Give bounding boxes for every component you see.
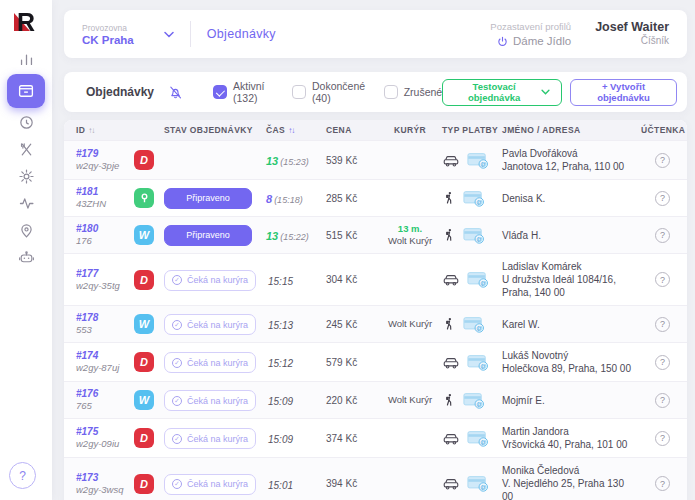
branch-value: CK Praha <box>82 34 134 46</box>
order-row[interactable]: #173 w2gy-3wsq D Čeká na kurýra 15:01 39… <box>64 457 687 500</box>
order-row[interactable]: #177 w2qy-35tg D Čeká na kurýra 15:15 30… <box>64 253 687 305</box>
question-circle-icon <box>655 393 670 408</box>
bell-muted-icon[interactable] <box>168 85 183 100</box>
order-status-button[interactable]: Čeká na kurýra <box>164 314 256 335</box>
order-status-button[interactable]: Čeká na kurýra <box>164 390 256 411</box>
source-letter: D <box>140 274 148 286</box>
order-status-button[interactable]: Připraveno <box>164 225 252 246</box>
order-price: 245 Kč <box>326 319 378 330</box>
payment-type-icons: @ <box>442 227 502 244</box>
order-source-badge: W <box>134 390 154 410</box>
time-plain: 15:09 <box>268 434 293 445</box>
sort-icon-id[interactable] <box>88 126 94 135</box>
courier-eta: 13 m. <box>378 223 442 235</box>
pin-icon <box>139 192 150 204</box>
payment-type-icons: @ <box>442 475 502 492</box>
sidebar-item-history[interactable] <box>9 110 43 135</box>
order-row[interactable]: #180 176 W Připraveno 13(15:22) 515 Kč 1… <box>64 216 687 253</box>
order-source-badge: D <box>134 474 154 494</box>
sidebar-item-settings[interactable] <box>9 164 43 189</box>
order-row[interactable]: #178 553 W Čeká na kurýra 15:13 245 Kč W… <box>64 305 687 342</box>
sort-icon-time[interactable] <box>288 126 294 135</box>
question-circle-icon <box>655 355 670 370</box>
courier-info: Wolt Kurýr <box>378 394 442 406</box>
clock-icon <box>18 114 35 131</box>
receipt-button[interactable] <box>655 191 670 206</box>
order-row[interactable]: #179 w2qy-3pje D 13(15:23) 539 Kč <box>64 140 687 179</box>
sidebar-item-statistics[interactable] <box>9 47 43 72</box>
svg-text:@: @ <box>476 401 482 407</box>
order-row[interactable]: #181 43ZHN Připraveno 8(15:18) 285 Kč <box>64 179 687 216</box>
receipt-button[interactable] <box>655 153 670 168</box>
payment-type-icons: @ <box>442 316 502 333</box>
sidebar-item-activity[interactable] <box>9 191 43 216</box>
page-title: Objednávky <box>207 27 276 41</box>
test-order-button[interactable]: Testovací objednávka <box>442 79 562 106</box>
receipt-button[interactable] <box>655 393 670 408</box>
order-price: 515 Kč <box>326 230 378 241</box>
app-logo[interactable]: R <box>11 5 41 39</box>
question-circle-icon <box>655 272 670 287</box>
filter-checkbox-cancelled[interactable]: Zrušené <box>384 80 443 104</box>
user-info[interactable]: Josef Waiter Číšník <box>595 20 669 48</box>
order-id-cell: #179 w2qy-3pje <box>76 148 134 172</box>
time-plain: 15:15 <box>268 276 293 287</box>
column-header-id[interactable]: ID <box>76 125 134 135</box>
filter-checkbox-completed[interactable]: Dokončené (40) <box>292 80 369 104</box>
order-status-button[interactable]: Připraveno <box>164 188 252 209</box>
question-circle-icon <box>655 476 670 491</box>
customer-cell: Mojmír E. <box>502 394 641 407</box>
column-header-receipt: ÚČTENKA <box>641 125 675 135</box>
sidebar-item-orders[interactable] <box>7 74 45 108</box>
source-letter: D <box>140 356 148 368</box>
chevron-down-icon[interactable] <box>164 31 174 38</box>
receipt-button[interactable] <box>655 431 670 446</box>
receipt-button[interactable] <box>655 228 670 243</box>
pause-profiles-toggle[interactable]: Pozastavení profilů Dáme Jídlo <box>490 20 571 48</box>
orders-table-body: #179 w2qy-3pje D 13(15:23) 539 Kč <box>64 140 687 500</box>
order-status-button[interactable]: Čeká na kurýra <box>164 270 256 291</box>
customer-cell: Karel W. <box>502 318 641 331</box>
order-status-button[interactable]: Čeká na kurýra <box>164 428 256 449</box>
filter-checkbox-label: Zrušené <box>404 86 443 98</box>
receipt-button[interactable] <box>655 355 670 370</box>
customer-cell: Monika Čeledová V. Nejedlého 25, Praha 1… <box>502 464 641 500</box>
order-id-cell: #180 176 <box>76 223 134 247</box>
order-id: #174 <box>76 350 134 362</box>
check-circle-icon <box>172 275 182 285</box>
receipt-button[interactable] <box>655 476 670 491</box>
order-row[interactable]: #176 765 W Čeká na kurýra 15:09 220 Kč W… <box>64 381 687 418</box>
order-source-badge <box>134 188 154 208</box>
column-header-payment: TYP PLATBY <box>442 125 502 135</box>
create-order-button[interactable]: + Vytvořit objednávku <box>570 79 677 106</box>
order-status-button[interactable]: Čeká na kurýra <box>164 352 256 373</box>
receipt-button[interactable] <box>655 272 670 287</box>
order-id-cell: #176 765 <box>76 388 134 412</box>
time-plain: 15:01 <box>268 480 293 491</box>
order-status-button[interactable]: Čeká na kurýra <box>164 474 256 495</box>
svg-text:@: @ <box>476 199 482 205</box>
order-id: #178 <box>76 312 134 324</box>
column-header-time[interactable]: ČAS <box>266 125 326 135</box>
order-code: 176 <box>76 235 134 247</box>
order-id: #179 <box>76 148 134 160</box>
order-id: #177 <box>76 268 134 280</box>
sidebar-item-bot[interactable] <box>9 245 43 270</box>
customer-cell: Martin Jandora Vršovická 40, Praha, 101 … <box>502 425 641 451</box>
order-row[interactable]: #174 w2gy-87uj D Čeká na kurýra 15:12 57… <box>64 342 687 381</box>
receipt-button[interactable] <box>655 317 670 332</box>
sidebar-item-locations[interactable] <box>9 218 43 243</box>
order-id: #181 <box>76 186 134 198</box>
online-card-payment-icon: @ <box>463 227 485 244</box>
question-circle-icon <box>655 431 670 446</box>
sidebar-item-menu[interactable] <box>9 137 43 162</box>
orders-filter-bar: Objednávky Aktivní (132) Dokončené (40) … <box>64 72 687 112</box>
branch-selector[interactable]: Provozovna CK Praha <box>82 22 134 46</box>
filter-checkbox-active[interactable]: Aktivní (132) <box>213 80 277 104</box>
order-row[interactable]: #175 w2gy-09iu D Čeká na kurýra 15:09 37… <box>64 418 687 457</box>
help-button[interactable] <box>9 462 36 489</box>
customer-address: Vršovická 40, Praha, 101 00 <box>502 438 633 451</box>
car-icon <box>442 431 460 446</box>
orders-table: ID STAV OBJEDNÁVKY ČAS CENA KURÝR TYP PL… <box>64 120 687 500</box>
payment-type-icons: @ <box>442 271 502 288</box>
